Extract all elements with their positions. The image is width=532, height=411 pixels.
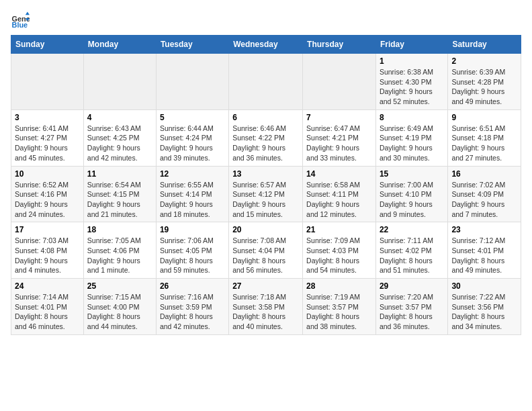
calendar-cell: 28Sunrise: 7:19 AM Sunset: 3:57 PM Dayli…: [303, 279, 376, 335]
calendar-cell: 23Sunrise: 7:12 AM Sunset: 4:01 PM Dayli…: [448, 222, 521, 279]
calendar-cell: 13Sunrise: 6:57 AM Sunset: 4:12 PM Dayli…: [229, 166, 303, 222]
weekday-header-saturday: Saturday: [448, 36, 521, 54]
day-detail: Sunrise: 6:39 AM Sunset: 4:28 PM Dayligh…: [451, 67, 517, 107]
day-detail: Sunrise: 7:05 AM Sunset: 4:06 PM Dayligh…: [87, 236, 152, 275]
calendar-cell: 10Sunrise: 6:52 AM Sunset: 4:16 PM Dayli…: [11, 166, 84, 222]
weekday-header-friday: Friday: [375, 36, 447, 54]
weekday-header-sunday: Sunday: [11, 36, 84, 54]
calendar-cell: [303, 54, 376, 110]
day-number: 23: [451, 225, 517, 234]
weekday-header-wednesday: Wednesday: [229, 36, 303, 54]
calendar-week-row: 24Sunrise: 7:14 AM Sunset: 4:01 PM Dayli…: [11, 279, 521, 335]
calendar-cell: 2Sunrise: 6:39 AM Sunset: 4:28 PM Daylig…: [448, 54, 521, 110]
day-detail: Sunrise: 6:52 AM Sunset: 4:16 PM Dayligh…: [15, 180, 80, 220]
day-number: 3: [15, 113, 80, 122]
day-number: 5: [160, 113, 225, 122]
day-detail: Sunrise: 7:19 AM Sunset: 3:57 PM Dayligh…: [306, 292, 372, 332]
day-number: 26: [160, 281, 225, 291]
day-number: 19: [160, 225, 225, 234]
calendar-cell: 24Sunrise: 7:14 AM Sunset: 4:01 PM Dayli…: [11, 279, 84, 335]
calendar-cell: 30Sunrise: 7:22 AM Sunset: 3:56 PM Dayli…: [448, 279, 521, 335]
calendar-cell: 16Sunrise: 7:02 AM Sunset: 4:09 PM Dayli…: [448, 166, 521, 222]
calendar-cell: [229, 54, 303, 110]
weekday-header-tuesday: Tuesday: [156, 36, 228, 54]
weekday-header-row: SundayMondayTuesdayWednesdayThursdayFrid…: [11, 36, 521, 54]
calendar-week-row: 17Sunrise: 7:03 AM Sunset: 4:08 PM Dayli…: [11, 222, 521, 279]
calendar-cell: 25Sunrise: 7:15 AM Sunset: 4:00 PM Dayli…: [83, 279, 156, 335]
day-number: 29: [380, 281, 444, 291]
day-number: 12: [160, 169, 225, 179]
day-number: 2: [451, 56, 517, 66]
day-detail: Sunrise: 6:57 AM Sunset: 4:12 PM Dayligh…: [232, 180, 299, 220]
calendar-cell: 17Sunrise: 7:03 AM Sunset: 4:08 PM Dayli…: [11, 222, 84, 279]
day-detail: Sunrise: 7:00 AM Sunset: 4:10 PM Dayligh…: [380, 180, 444, 220]
calendar-cell: 27Sunrise: 7:18 AM Sunset: 3:58 PM Dayli…: [229, 279, 303, 335]
calendar-cell: 5Sunrise: 6:44 AM Sunset: 4:24 PM Daylig…: [156, 109, 228, 166]
day-detail: Sunrise: 7:09 AM Sunset: 4:03 PM Dayligh…: [306, 236, 372, 275]
weekday-header-thursday: Thursday: [303, 36, 376, 54]
calendar-cell: 7Sunrise: 6:47 AM Sunset: 4:21 PM Daylig…: [303, 109, 376, 166]
calendar-week-row: 3Sunrise: 6:41 AM Sunset: 4:27 PM Daylig…: [11, 109, 521, 166]
day-number: 11: [87, 169, 152, 179]
day-detail: Sunrise: 6:47 AM Sunset: 4:21 PM Dayligh…: [306, 124, 372, 163]
day-detail: Sunrise: 6:54 AM Sunset: 4:15 PM Dayligh…: [87, 180, 152, 220]
day-number: 9: [451, 113, 517, 122]
svg-marker-2: [26, 12, 30, 15]
calendar-cell: 15Sunrise: 7:00 AM Sunset: 4:10 PM Dayli…: [375, 166, 447, 222]
calendar-cell: 8Sunrise: 6:49 AM Sunset: 4:19 PM Daylig…: [375, 109, 447, 166]
day-number: 14: [306, 169, 372, 179]
day-number: 21: [306, 225, 372, 234]
calendar-cell: 12Sunrise: 6:55 AM Sunset: 4:14 PM Dayli…: [156, 166, 228, 222]
day-detail: Sunrise: 7:18 AM Sunset: 3:58 PM Dayligh…: [232, 292, 299, 332]
calendar-cell: [83, 54, 156, 110]
calendar-cell: 19Sunrise: 7:06 AM Sunset: 4:05 PM Dayli…: [156, 222, 228, 279]
logo: General Blue: [11, 11, 32, 30]
calendar-table: SundayMondayTuesdayWednesdayThursdayFrid…: [11, 35, 521, 335]
day-number: 6: [232, 113, 299, 122]
calendar-cell: 18Sunrise: 7:05 AM Sunset: 4:06 PM Dayli…: [83, 222, 156, 279]
svg-text:Blue: Blue: [12, 21, 28, 29]
day-detail: Sunrise: 7:08 AM Sunset: 4:04 PM Dayligh…: [232, 236, 299, 275]
day-number: 13: [232, 169, 299, 179]
day-detail: Sunrise: 7:16 AM Sunset: 3:59 PM Dayligh…: [160, 292, 225, 332]
day-detail: Sunrise: 6:46 AM Sunset: 4:22 PM Dayligh…: [232, 124, 299, 163]
day-number: 18: [87, 225, 152, 234]
calendar-cell: 1Sunrise: 6:38 AM Sunset: 4:30 PM Daylig…: [375, 54, 447, 110]
day-number: 28: [306, 281, 372, 291]
day-detail: Sunrise: 7:03 AM Sunset: 4:08 PM Dayligh…: [15, 236, 80, 275]
day-number: 27: [232, 281, 299, 291]
calendar-cell: 20Sunrise: 7:08 AM Sunset: 4:04 PM Dayli…: [229, 222, 303, 279]
day-number: 10: [15, 169, 80, 179]
calendar-week-row: 10Sunrise: 6:52 AM Sunset: 4:16 PM Dayli…: [11, 166, 521, 222]
weekday-header-monday: Monday: [83, 36, 156, 54]
calendar-cell: 3Sunrise: 6:41 AM Sunset: 4:27 PM Daylig…: [11, 109, 84, 166]
calendar-cell: 4Sunrise: 6:43 AM Sunset: 4:25 PM Daylig…: [83, 109, 156, 166]
day-detail: Sunrise: 7:11 AM Sunset: 4:02 PM Dayligh…: [380, 236, 444, 275]
day-number: 25: [87, 281, 152, 291]
calendar-cell: 11Sunrise: 6:54 AM Sunset: 4:15 PM Dayli…: [83, 166, 156, 222]
day-detail: Sunrise: 7:12 AM Sunset: 4:01 PM Dayligh…: [451, 236, 517, 275]
day-number: 4: [87, 113, 152, 122]
day-detail: Sunrise: 6:51 AM Sunset: 4:18 PM Dayligh…: [451, 124, 517, 163]
day-detail: Sunrise: 6:55 AM Sunset: 4:14 PM Dayligh…: [160, 180, 225, 220]
day-number: 20: [232, 225, 299, 234]
day-number: 16: [451, 169, 517, 179]
day-detail: Sunrise: 7:02 AM Sunset: 4:09 PM Dayligh…: [451, 180, 517, 220]
calendar-cell: [156, 54, 228, 110]
calendar-cell: 26Sunrise: 7:16 AM Sunset: 3:59 PM Dayli…: [156, 279, 228, 335]
day-detail: Sunrise: 7:15 AM Sunset: 4:00 PM Dayligh…: [87, 292, 152, 332]
page-header: General Blue: [11, 11, 521, 30]
day-detail: Sunrise: 7:22 AM Sunset: 3:56 PM Dayligh…: [451, 292, 517, 332]
calendar-cell: 21Sunrise: 7:09 AM Sunset: 4:03 PM Dayli…: [303, 222, 376, 279]
day-number: 22: [380, 225, 444, 234]
day-detail: Sunrise: 6:58 AM Sunset: 4:11 PM Dayligh…: [306, 180, 372, 220]
day-number: 1: [380, 56, 444, 66]
day-number: 17: [15, 225, 80, 234]
calendar-cell: 6Sunrise: 6:46 AM Sunset: 4:22 PM Daylig…: [229, 109, 303, 166]
day-number: 15: [380, 169, 444, 179]
calendar-cell: 14Sunrise: 6:58 AM Sunset: 4:11 PM Dayli…: [303, 166, 376, 222]
day-number: 24: [15, 281, 80, 291]
day-detail: Sunrise: 6:41 AM Sunset: 4:27 PM Dayligh…: [15, 124, 80, 163]
day-detail: Sunrise: 6:38 AM Sunset: 4:30 PM Dayligh…: [380, 67, 444, 107]
day-detail: Sunrise: 6:44 AM Sunset: 4:24 PM Dayligh…: [160, 124, 225, 163]
